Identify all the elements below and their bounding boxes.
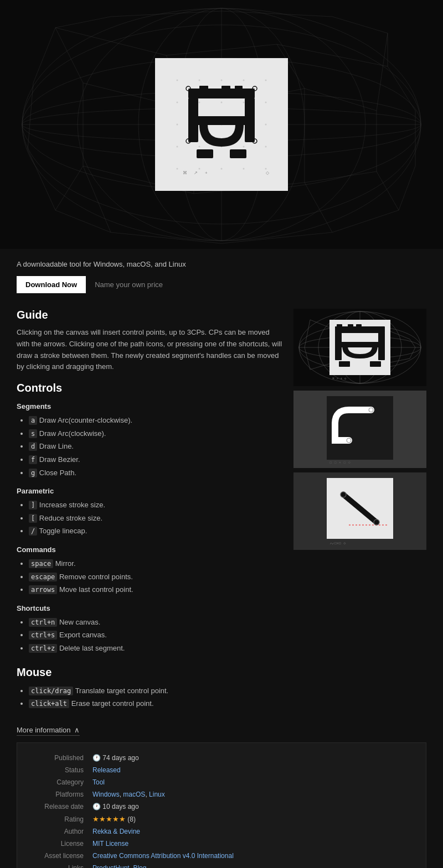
segments-list: a Draw Arc(counter-clockwise). s Draw Ar… xyxy=(17,414,282,479)
rating-stars: ★★★★★ xyxy=(92,815,126,823)
svg-rect-111 xyxy=(356,324,362,329)
info-row-category: Category Tool xyxy=(28,776,415,788)
svg-text:◇: ◇ xyxy=(266,170,270,175)
main-content: A downloadable tool for Windows, macOS, … xyxy=(0,249,443,868)
svg-point-47 xyxy=(177,80,178,81)
asset-license-link[interactable]: Creative Commons Attribution v4.0 Intern… xyxy=(92,852,234,860)
mouse-list: click/drag Translate target control poin… xyxy=(17,684,282,710)
guide-heading: Guide xyxy=(17,309,282,321)
info-row-rating: Rating ★★★★★ (8) xyxy=(28,813,415,825)
svg-line-14 xyxy=(33,28,55,83)
list-item: space Mirror. xyxy=(29,557,282,570)
svg-point-53 xyxy=(177,124,178,126)
guide-text: Clicking on the canvas will insert contr… xyxy=(17,327,282,373)
svg-text:↗: ↗ xyxy=(194,170,198,175)
price-label: Name your own price xyxy=(95,280,163,289)
controls-heading: Controls xyxy=(17,382,282,394)
svg-rect-74 xyxy=(222,86,230,92)
thumbnail-3: ↗↙◻✕◻ ◇ xyxy=(293,472,426,550)
svg-line-39 xyxy=(55,166,83,210)
list-item: ] Increase stroke size. xyxy=(29,498,282,512)
info-row-links: Links ProductHunt, Blog xyxy=(28,862,415,868)
download-button[interactable]: Download Now xyxy=(17,276,86,293)
svg-text:↗↙◻✕◻ ◇: ↗↙◻✕◻ ◇ xyxy=(329,541,346,545)
svg-rect-79 xyxy=(197,149,213,158)
svg-point-49 xyxy=(221,80,223,81)
shortcuts-heading: Shortcuts xyxy=(17,604,282,612)
more-information-label: More information xyxy=(17,726,71,734)
info-row-status: Status Released xyxy=(28,764,415,776)
svg-line-45 xyxy=(305,183,332,232)
svg-point-71 xyxy=(243,146,245,148)
svg-point-55 xyxy=(177,168,178,170)
svg-point-63 xyxy=(199,102,200,103)
svg-point-57 xyxy=(265,124,267,126)
info-row-author: Author Rekka & Devine xyxy=(28,825,415,838)
info-value: Released xyxy=(92,766,121,774)
info-value: Windows, macOS, Linux xyxy=(92,791,165,798)
info-label: Rating xyxy=(28,815,84,823)
info-value: 🕐 10 days ago xyxy=(92,803,139,810)
rating-count: (8) xyxy=(127,815,136,823)
svg-rect-110 xyxy=(348,324,353,329)
info-row-release-date: Release date 🕐 10 days ago xyxy=(28,801,415,813)
svg-line-41 xyxy=(377,171,399,210)
download-row: Download Now Name your own price xyxy=(17,276,426,293)
platform-linux-link[interactable]: Linux xyxy=(149,791,165,798)
info-value: Creative Commons Attribution v4.0 Intern… xyxy=(92,852,234,860)
info-label: Release date xyxy=(28,803,84,810)
blog-link[interactable]: Blog xyxy=(133,864,146,868)
info-label: Status xyxy=(28,766,84,774)
producthunt-link[interactable]: ProductHunt xyxy=(92,864,130,868)
svg-rect-115 xyxy=(339,361,350,367)
license-link[interactable]: MIT License xyxy=(92,840,128,848)
svg-point-60 xyxy=(199,168,200,170)
segments-heading: Segments xyxy=(17,402,282,410)
category-link[interactable]: Tool xyxy=(92,778,105,786)
more-information-toggle[interactable]: More information ∧ xyxy=(17,726,80,736)
status-link[interactable]: Released xyxy=(92,766,121,774)
subtitle-text: A downloadable tool for Windows, macOS, … xyxy=(17,260,426,268)
svg-point-54 xyxy=(177,146,178,148)
svg-text:⌘ ↗ + ◇: ⌘ ↗ + ◇ xyxy=(332,376,347,380)
svg-line-24 xyxy=(111,11,222,17)
list-item: ctrl+n New canvas. xyxy=(29,616,282,629)
info-value: Tool xyxy=(92,778,105,786)
commands-list: space Mirror. escape Remove control poin… xyxy=(17,557,282,596)
list-item: ctrl+s Export canvas. xyxy=(29,628,282,642)
list-item: d Draw Line. xyxy=(29,440,282,453)
info-row-asset-license: Asset license Creative Commons Attributi… xyxy=(28,850,415,862)
svg-line-16 xyxy=(28,149,55,210)
svg-rect-80 xyxy=(230,149,246,158)
info-value: ★★★★★ (8) xyxy=(92,815,136,823)
svg-line-38 xyxy=(55,28,83,83)
svg-line-21 xyxy=(399,166,415,210)
svg-point-61 xyxy=(221,168,223,170)
svg-point-59 xyxy=(265,168,267,170)
svg-line-23 xyxy=(55,17,111,28)
platform-windows-link[interactable]: Windows xyxy=(92,791,120,798)
mouse-heading: Mouse xyxy=(17,666,282,679)
info-row-published: Published 🕐 74 days ago xyxy=(28,752,415,764)
info-label: Platforms xyxy=(28,791,84,798)
info-value: MIT License xyxy=(92,840,128,848)
info-row-license: License MIT License xyxy=(28,838,415,850)
svg-text:+: + xyxy=(205,170,208,175)
parametric-list: ] Increase stroke size. [ Reduce stroke … xyxy=(17,498,282,538)
chevron-up-icon: ∧ xyxy=(74,726,80,734)
list-item: arrows Move last control point. xyxy=(29,583,282,596)
svg-point-51 xyxy=(265,80,267,81)
author-link[interactable]: Rekka & Devine xyxy=(92,828,140,835)
svg-line-18 xyxy=(111,232,222,243)
list-item: click+alt Erase target control point. xyxy=(29,697,282,710)
info-value: 🕐 74 days ago xyxy=(92,754,139,762)
svg-line-33 xyxy=(305,171,377,183)
info-table: Published 🕐 74 days ago Status Released … xyxy=(17,742,426,868)
svg-line-25 xyxy=(222,11,332,17)
svg-point-64 xyxy=(221,102,223,103)
svg-line-17 xyxy=(55,210,111,232)
svg-text:◻ ◻ ✕ ◻ ◇: ◻ ◻ ✕ ◻ ◇ xyxy=(329,460,351,465)
list-item: a Draw Arc(counter-clockwise). xyxy=(29,414,282,427)
list-item: / Toggle linecap. xyxy=(29,524,282,538)
platform-macos-link[interactable]: macOS xyxy=(123,791,145,798)
